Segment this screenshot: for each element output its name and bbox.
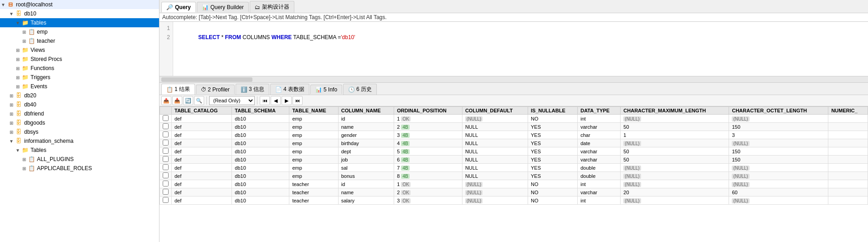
scrollbar-thumb[interactable] xyxy=(161,77,252,82)
col-char-max[interactable]: CHARACTER_MAXIMUM_LENGTH xyxy=(621,107,729,115)
export-button[interactable]: 📤 xyxy=(161,96,171,105)
last-row-button[interactable]: ⏭ xyxy=(293,96,303,105)
tree-item-information_schema[interactable]: ▼🗄information_schema xyxy=(0,136,159,146)
table-row[interactable]: defdb10teachername2 OK(NULL)NOvarchar206… xyxy=(160,188,868,197)
table-row[interactable]: defdb10empjob6 4BNULLYESvarchar50150 xyxy=(160,156,868,164)
tree-toggle-information_schema[interactable]: ▼ xyxy=(8,139,15,144)
tree-item-tables-db10[interactable]: ▼📁Tables xyxy=(0,18,159,27)
tab-tabledata[interactable]: 📄 4 表数据 xyxy=(270,84,309,95)
tab-query-builder[interactable]: 📊 Query Builder xyxy=(197,2,249,12)
tree-toggle-tables-is[interactable]: ▼ xyxy=(15,148,21,153)
tree-toggle-dbgoods[interactable]: ⊞ xyxy=(8,121,15,126)
col-data-type[interactable]: DATA_TYPE xyxy=(578,107,621,115)
tree-toggle-all_plugins[interactable]: ⊞ xyxy=(21,157,27,162)
col-column-default[interactable]: COLUMN_DEFAULT xyxy=(462,107,528,115)
col-table-catalog[interactable]: TABLE_CATALOG xyxy=(172,107,232,115)
table-row[interactable]: defdb10empbonus8 4BNULLYESdouble(NULL)(N… xyxy=(160,172,868,180)
table-row[interactable]: defdb10empid1 OK(NULL)NOint(NULL)(NULL) xyxy=(160,115,868,123)
row-checkbox-1[interactable] xyxy=(163,123,169,129)
sql-horizontal-scrollbar[interactable] xyxy=(159,76,868,83)
table-row[interactable]: defdb10empgender3 4BNULLYESchar13 xyxy=(160,131,868,139)
tree-item-all_plugins[interactable]: ⊞📋ALL_PLUGINS xyxy=(0,155,159,164)
row-checkbox-7[interactable] xyxy=(163,172,169,178)
tab-info[interactable]: ℹ️ 3 信息 xyxy=(236,84,269,95)
tree-item-triggers-db10[interactable]: ⊞📁Triggers xyxy=(0,73,159,82)
cell-numeric xyxy=(828,197,868,205)
tab-architect[interactable]: 🗂 架构设计器 xyxy=(250,1,294,13)
tree-toggle-root[interactable]: ▼ xyxy=(0,2,6,7)
tree-item-db10[interactable]: ▼🗄db10 xyxy=(0,9,159,18)
table-row[interactable]: defdb10teacherid1 OK(NULL)NOint(NULL)(NU… xyxy=(160,180,868,188)
tree-toggle-db10[interactable]: ▼ xyxy=(8,11,15,16)
tab-query[interactable]: 🔎 Query xyxy=(161,2,196,12)
tree-item-dbgoods[interactable]: ⊞🗄dbgoods xyxy=(0,118,159,127)
prev-row-button[interactable]: ◀ xyxy=(271,96,281,105)
row-checkbox-5[interactable] xyxy=(163,156,169,162)
sql-content[interactable]: SELECT * FROM COLUMNS WHERE TABLE_SCHEMA… xyxy=(173,22,868,76)
row-checkbox-3[interactable] xyxy=(163,140,169,146)
table-row[interactable]: defdb10empdept5 4BNULLYESvarchar50150 xyxy=(160,147,868,156)
tab-history[interactable]: 🕓 6 历史 xyxy=(343,84,377,95)
tree-toggle-teacher[interactable]: ⊞ xyxy=(21,39,27,44)
col-is-nullable[interactable]: IS_NULLABLE xyxy=(528,107,577,115)
tree-item-emp[interactable]: ⊞📋emp xyxy=(0,27,159,36)
tree-item-dbsys[interactable]: ⊞🗄dbsys xyxy=(0,127,159,136)
tree-item-views-db10[interactable]: ⊞📁Views xyxy=(0,45,159,55)
tree-item-root[interactable]: ▼⊟root@localhost xyxy=(0,0,159,9)
row-checkbox-8[interactable] xyxy=(163,181,169,187)
col-numeric[interactable]: NUMERIC_ xyxy=(828,107,868,115)
table-row[interactable]: defdb10empname2 4BNULLYESvarchar50150 xyxy=(160,123,868,131)
row-checkbox-0[interactable] xyxy=(163,115,169,121)
data-table: TABLE_CATALOG TABLE_SCHEMA TABLE_NAME CO… xyxy=(159,106,868,205)
tab-infoview[interactable]: 📊 5 Info xyxy=(310,85,342,94)
tree-toggle-db20[interactable]: ⊞ xyxy=(8,93,15,98)
table-row[interactable]: defdb10teachersalary3 OK(NULL)NOint(NULL… xyxy=(160,197,868,205)
tree-toggle-emp[interactable]: ⊞ xyxy=(21,30,27,35)
row-checkbox-9[interactable] xyxy=(163,189,169,195)
row-checkbox-2[interactable] xyxy=(163,131,169,137)
tree-toggle-dbfriend[interactable]: ⊞ xyxy=(8,111,15,116)
tree-toggle-storedprocs-db10[interactable]: ⊞ xyxy=(15,57,21,62)
tree-item-dbfriend[interactable]: ⊞🗄dbfriend xyxy=(0,109,159,118)
row-checkbox-6[interactable] xyxy=(163,164,169,170)
tab-profiler[interactable]: ⏱ 2 Profiler xyxy=(196,85,235,94)
tree-item-functions-db10[interactable]: ⊞📁Functions xyxy=(0,64,159,73)
refresh-button[interactable]: 🔄 xyxy=(183,96,193,105)
col-table-name[interactable]: TABLE_NAME xyxy=(289,107,338,115)
cell-column-name: salary xyxy=(338,197,394,205)
tree-toggle-dbsys[interactable]: ⊞ xyxy=(8,130,15,135)
tree-item-tables-is[interactable]: ▼📁Tables xyxy=(0,146,159,155)
filter-button[interactable]: 🔍 xyxy=(194,96,204,105)
tree-toggle-applicable_roles[interactable]: ⊞ xyxy=(21,166,27,171)
row-checkbox-10[interactable] xyxy=(163,197,169,203)
cell-numeric xyxy=(828,172,868,180)
col-char-oct[interactable]: CHARACTER_OCTET_LENGTH xyxy=(729,107,828,115)
table-row[interactable]: defdb10empsal7 4BNULLYESdouble(NULL)(NUL… xyxy=(160,164,868,172)
col-ordinal-position[interactable]: ORDINAL_POSITION xyxy=(394,107,462,115)
tree-item-storedprocs-db10[interactable]: ⊞📁Stored Procs xyxy=(0,55,159,64)
col-table-schema[interactable]: TABLE_SCHEMA xyxy=(232,107,289,115)
cell-char-oct: (NULL) xyxy=(729,164,828,172)
import-button[interactable]: 📥 xyxy=(172,96,182,105)
tree-toggle-functions-db10[interactable]: ⊞ xyxy=(15,66,21,71)
table-row[interactable]: defdb10empbirthday4 4BNULLYESdate(NULL)(… xyxy=(160,139,868,147)
tree-toggle-events-db10[interactable]: ⊞ xyxy=(15,84,21,89)
row-checkbox-4[interactable] xyxy=(163,148,169,154)
tree-item-teacher[interactable]: ⊞📋teacher xyxy=(0,36,159,45)
cell-catalog: def xyxy=(172,172,232,180)
tree-item-db40[interactable]: ⊞🗄db40 xyxy=(0,100,159,109)
tree-item-applicable_roles[interactable]: ⊞📋APPLICABLE_ROLES xyxy=(0,164,159,173)
readonly-select[interactable]: (Read Only) xyxy=(209,96,255,105)
tab-result[interactable]: 📋 1 结果 xyxy=(161,84,195,95)
col-checkbox[interactable] xyxy=(160,107,172,115)
tree-item-db20[interactable]: ⊞🗄db20 xyxy=(0,91,159,100)
tree-item-events-db10[interactable]: ⊞📁Events xyxy=(0,82,159,91)
tree-toggle-views-db10[interactable]: ⊞ xyxy=(15,48,21,53)
tree-toggle-triggers-db10[interactable]: ⊞ xyxy=(15,75,21,80)
tree-toggle-tables-db10[interactable]: ▼ xyxy=(15,20,21,25)
cell-catalog: def xyxy=(172,147,232,156)
col-column-name[interactable]: COLUMN_NAME xyxy=(338,107,394,115)
first-row-button[interactable]: ⏮ xyxy=(260,96,270,105)
next-row-button[interactable]: ▶ xyxy=(282,96,292,105)
tree-toggle-db40[interactable]: ⊞ xyxy=(8,102,15,107)
